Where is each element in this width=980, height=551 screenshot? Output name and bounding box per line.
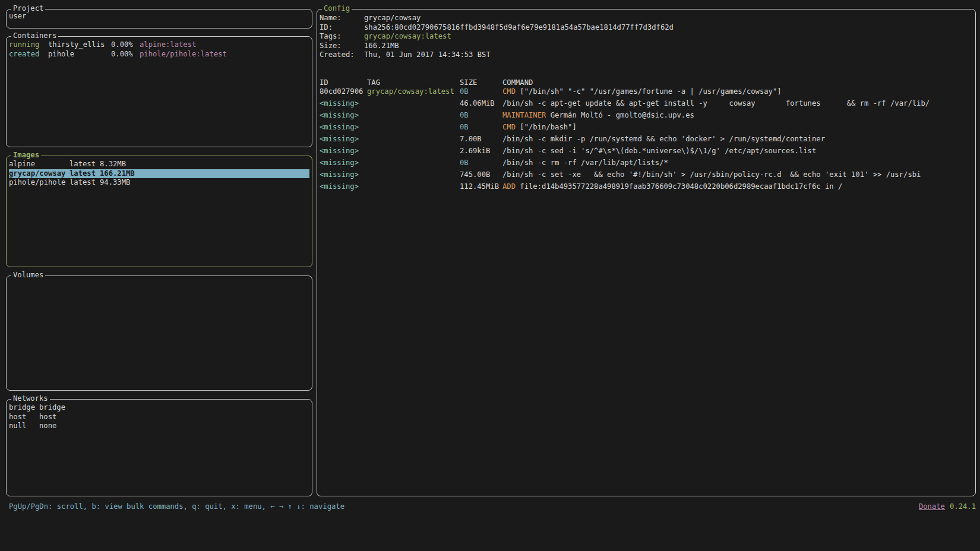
layers-header-tag: TAG xyxy=(367,78,460,88)
layer-command-text: /bin/sh -c apt-get update && apt-get ins… xyxy=(502,99,930,109)
network-row[interactable]: hosthost xyxy=(9,413,309,422)
image-row[interactable]: pihole/piholelatest94.33MB xyxy=(9,178,309,188)
layer-tag xyxy=(367,123,460,135)
donate-link[interactable]: Donate xyxy=(919,502,945,511)
volumes-panel[interactable]: Volumes xyxy=(6,276,312,391)
image-tag: latest xyxy=(69,160,100,169)
layer-command: CMD ["/bin/sh" "-c" "/usr/games/fortune … xyxy=(502,87,782,99)
container-cpu-percent: 0.00% xyxy=(111,40,140,50)
app-version: 0.24.1 xyxy=(950,502,976,511)
network-name: null xyxy=(9,422,39,431)
containers-panel-title: Containers xyxy=(11,31,58,41)
image-row[interactable]: alpinelatest8.32MB xyxy=(9,160,309,169)
layers-table: 80cd027906grycap/cowsay:latest0BCMD ["/b… xyxy=(320,87,973,194)
network-name: host xyxy=(9,413,39,422)
layer-id: 80cd027906 xyxy=(320,87,367,99)
image-size: 94.33MB xyxy=(100,178,130,188)
layer-tag xyxy=(367,135,460,147)
layer-tag xyxy=(367,111,460,123)
project-name[interactable]: user xyxy=(9,12,309,21)
image-size: 8.32MB xyxy=(100,160,126,169)
config-field-row: ID:sha256:80cd02790675816ffbd3948f5d9af6… xyxy=(320,23,973,33)
layer-command-text: /bin/sh -c set -xe && echo '#!/bin/sh' >… xyxy=(502,170,921,180)
layer-row[interactable]: <missing>46.06MiB/bin/sh -c apt-get upda… xyxy=(320,99,973,111)
layers-table-header: ID TAG SIZE COMMAND xyxy=(320,78,973,88)
lazydocker-terminal: { "colors": { "bg": "#1a1a1a", "fg": "#d… xyxy=(0,0,980,551)
network-driver: bridge xyxy=(39,403,65,413)
layer-tag xyxy=(367,170,460,182)
layer-command-text: /bin/sh -c mkdir -p /run/systemd && echo… xyxy=(502,135,825,144)
network-row[interactable]: nullnone xyxy=(9,422,309,431)
layer-command-keyword: MAINTAINER xyxy=(502,111,546,121)
config-field-value: Thu, 01 Jun 2017 14:34:53 BST xyxy=(364,50,491,60)
layer-command: /bin/sh -c apt-get update && apt-get ins… xyxy=(502,99,930,111)
layer-row[interactable]: <missing>112.45MiBADD file:d14b493577228… xyxy=(320,182,973,194)
layer-row[interactable]: <missing>0BMAINTAINER Germán Moltó - gmo… xyxy=(320,111,973,123)
layer-row[interactable]: <missing>2.69kiB/bin/sh -c sed -i 's/^#\… xyxy=(320,147,973,159)
container-row[interactable]: createdpihole0.00%pihole/pihole:latest xyxy=(9,50,309,59)
network-name: bridge xyxy=(9,403,39,413)
networks-list: bridgebridgehosthostnullnone xyxy=(7,400,312,492)
container-cpu-percent: 0.00% xyxy=(111,50,140,59)
layer-tag xyxy=(367,182,460,194)
blank-lines xyxy=(320,60,973,78)
project-panel[interactable]: Project user xyxy=(6,9,312,28)
container-status: running xyxy=(9,40,48,50)
config-field-row: Created:Thu, 01 Jun 2017 14:34:53 BST xyxy=(320,50,973,60)
containers-list: runningthirsty_ellis0.00%alpine:latestcr… xyxy=(7,37,312,143)
config-field-label: Created: xyxy=(320,50,364,60)
image-tag: latest xyxy=(69,178,100,188)
image-config-fields: Name:grycap/cowsayID:sha256:80cd02790675… xyxy=(320,14,973,60)
volumes-list xyxy=(7,276,312,387)
layers-header-size: SIZE xyxy=(460,78,502,88)
status-bar: PgUp/PgDn: scroll, b: view bulk commands… xyxy=(9,502,976,512)
config-panel-title: Config xyxy=(322,4,352,14)
layer-command-keyword: CMD xyxy=(502,123,516,132)
config-panel[interactable]: Config Name:grycap/cowsayID:sha256:80cd0… xyxy=(317,9,976,496)
layer-tag: grycap/cowsay:latest xyxy=(367,87,460,99)
container-name: thirsty_ellis xyxy=(48,40,111,50)
layer-row[interactable]: <missing>7.00B/bin/sh -c mkdir -p /run/s… xyxy=(320,135,973,147)
layer-size: 0B xyxy=(460,111,502,123)
layer-command: ADD file:d14b493577228a498919faab376609c… xyxy=(502,182,842,194)
statusbar-right: Donate0.24.1 xyxy=(919,502,976,512)
image-row[interactable]: grycap/cowsaylatest166.21MB xyxy=(9,169,309,179)
layer-row[interactable]: 80cd027906grycap/cowsay:latest0BCMD ["/b… xyxy=(320,87,973,99)
layer-id: <missing> xyxy=(320,123,367,135)
network-driver: host xyxy=(39,413,56,422)
layer-size: 7.00B xyxy=(460,135,502,147)
images-panel-title: Images xyxy=(11,151,41,160)
config-field-row: Tags:grycap/cowsay:latest xyxy=(320,32,973,42)
layer-row[interactable]: <missing>0BCMD ["/bin/bash"] xyxy=(320,123,973,135)
layer-tag xyxy=(367,159,460,170)
container-image: alpine:latest xyxy=(140,40,196,50)
image-name: alpine xyxy=(9,160,69,169)
layer-row[interactable]: <missing>745.00B/bin/sh -c set -xe && ec… xyxy=(320,170,973,182)
container-row[interactable]: runningthirsty_ellis0.00%alpine:latest xyxy=(9,40,309,50)
network-row[interactable]: bridgebridge xyxy=(9,403,309,413)
layer-size: 0B xyxy=(460,159,502,170)
config-field-row: Size:166.21MB xyxy=(320,42,973,51)
container-name: pihole xyxy=(48,50,111,59)
layer-command-text: /bin/sh -c sed -i 's/^#\s*\(deb.*univers… xyxy=(502,147,816,156)
layer-size: 745.00B xyxy=(460,170,502,182)
volumes-panel-title: Volumes xyxy=(11,271,45,280)
keybindings-hint: PgUp/PgDn: scroll, b: view bulk commands… xyxy=(9,502,344,512)
layer-tag xyxy=(367,147,460,159)
config-field-label: ID: xyxy=(320,23,364,33)
layer-command: CMD ["/bin/bash"] xyxy=(502,123,577,135)
image-name: pihole/pihole xyxy=(9,178,69,188)
image-size: 166.21MB xyxy=(100,169,135,179)
container-image: pihole/pihole:latest xyxy=(140,50,227,59)
config-field-label: Tags: xyxy=(320,32,364,42)
layer-command-keyword: CMD xyxy=(502,87,516,97)
config-field-value: grycap/cowsay:latest xyxy=(364,32,451,42)
config-field-row: Name:grycap/cowsay xyxy=(320,14,973,23)
images-panel[interactable]: Images alpinelatest8.32MBgrycap/cowsayla… xyxy=(6,156,312,267)
networks-panel[interactable]: Networks bridgebridgehosthostnullnone xyxy=(6,399,312,496)
layer-id: <missing> xyxy=(320,135,367,147)
layer-tag xyxy=(367,99,460,111)
layer-row[interactable]: <missing>0B/bin/sh -c rm -rf /var/lib/ap… xyxy=(320,159,973,170)
layer-id: <missing> xyxy=(320,170,367,182)
containers-panel[interactable]: Containers runningthirsty_ellis0.00%alpi… xyxy=(6,36,312,147)
